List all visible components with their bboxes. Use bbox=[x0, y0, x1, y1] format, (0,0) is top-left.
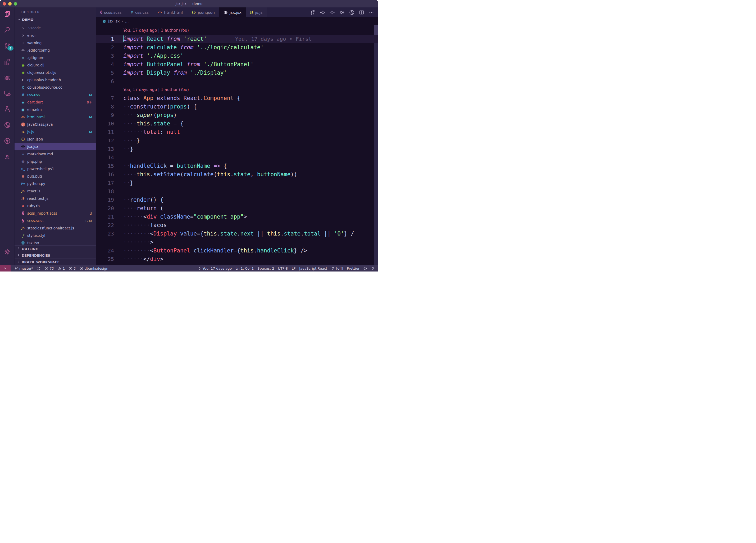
code-text[interactable]: ····this.state = { bbox=[114, 120, 184, 127]
line-number[interactable]: 12 bbox=[96, 137, 114, 144]
file-row[interactable]: .editorconfig bbox=[15, 47, 96, 54]
line-number[interactable]: 1 bbox=[96, 36, 114, 42]
tab-js.js[interactable]: JSjs.js bbox=[246, 7, 267, 17]
indentation[interactable]: Spaces: 2 bbox=[257, 266, 274, 270]
gitlens-icon[interactable] bbox=[3, 120, 12, 129]
code-text[interactable]: class App extends React.Component { bbox=[114, 95, 240, 101]
code-text[interactable]: import ButtonPanel from './ButtonPanel' bbox=[114, 61, 254, 67]
code-text[interactable]: ········Tacos bbox=[114, 222, 167, 228]
line-number[interactable]: 11 bbox=[96, 129, 114, 135]
file-row[interactable]: JSstatelessfunctionalreact.js bbox=[15, 224, 96, 232]
file-row[interactable]: ●pug.pug bbox=[15, 172, 96, 180]
sync-status[interactable] bbox=[37, 266, 41, 270]
amazon-icon[interactable]: a bbox=[3, 152, 12, 161]
file-row[interactable]: ◈dart.dart9+ bbox=[15, 98, 96, 106]
file-row[interactable]: ◆ruby.rb bbox=[15, 202, 96, 209]
line-number[interactable]: 17 bbox=[96, 180, 114, 186]
extensions-icon[interactable] bbox=[3, 57, 12, 66]
warnings-count[interactable]: 1 bbox=[58, 266, 65, 270]
source-control-icon[interactable]: 6 bbox=[3, 41, 12, 50]
code-text[interactable]: ····} bbox=[114, 137, 140, 144]
code-text[interactable]: import './App.css' bbox=[114, 53, 184, 59]
code-text[interactable]: ········<ButtonPanel clickHandler={this.… bbox=[114, 247, 307, 254]
git-branch-status[interactable]: master* bbox=[14, 266, 33, 270]
tab-scss.scss[interactable]: §scss.scss bbox=[96, 7, 126, 17]
file-row[interactable]: JSjs.jsM bbox=[15, 128, 96, 135]
tab-jsx.jsx[interactable]: jsx.jsx bbox=[219, 7, 246, 17]
code-text[interactable]: import Display from './Display' bbox=[114, 70, 227, 76]
file-row[interactable]: .vscode bbox=[15, 24, 96, 32]
line-number[interactable]: 21 bbox=[96, 213, 114, 220]
code-text[interactable]: ··constructor(props) { bbox=[114, 103, 197, 110]
explorer-icon[interactable] bbox=[3, 9, 12, 18]
cursor-position[interactable]: Ln 1, Col 1 bbox=[235, 266, 254, 270]
line-number[interactable]: 19 bbox=[96, 196, 114, 203]
file-row[interactable]: JJavaClass.java bbox=[15, 121, 96, 128]
code-text[interactable]: import React from 'react' bbox=[114, 36, 207, 42]
screencast-mode[interactable]: [off] bbox=[331, 266, 343, 270]
line-number[interactable]: 6 bbox=[96, 78, 114, 84]
codelens-annotation[interactable]: You, 17 days ago | 1 author (You) bbox=[114, 28, 189, 33]
code-text[interactable]: ······<div className="component-app"> bbox=[114, 213, 247, 220]
file-row[interactable]: error bbox=[15, 32, 96, 39]
zoom-button[interactable] bbox=[14, 2, 17, 6]
file-row[interactable]: ↓markdown.md bbox=[15, 150, 96, 158]
formatter[interactable]: Prettier bbox=[347, 266, 359, 270]
file-row[interactable]: Pypython.py bbox=[15, 180, 96, 187]
file-row[interactable]: Φphp.php bbox=[15, 158, 96, 165]
code-text[interactable]: ··render() { bbox=[114, 196, 163, 203]
line-number[interactable]: 13 bbox=[96, 146, 114, 152]
line-number[interactable]: 10 bbox=[96, 120, 114, 127]
code-text[interactable]: ········<Display value={this.state.next … bbox=[114, 230, 354, 237]
code-text[interactable]: ··} bbox=[114, 180, 133, 186]
line-number[interactable]: 9 bbox=[96, 112, 114, 118]
line-number[interactable]: 25 bbox=[96, 256, 114, 262]
file-row[interactable]: {}json.json bbox=[15, 135, 96, 143]
tab-html.html[interactable]: <>html.html bbox=[153, 7, 187, 17]
encoding[interactable]: UTF-8 bbox=[278, 266, 288, 270]
file-row[interactable]: tsx.tsx bbox=[15, 239, 96, 245]
code-text[interactable]: ········> bbox=[114, 239, 153, 245]
code-text[interactable]: ····this.setState(calculate(this.state, … bbox=[114, 171, 297, 177]
line-number[interactable]: 4 bbox=[96, 61, 114, 67]
file-row[interactable]: JSreact.js bbox=[15, 187, 96, 195]
file-row[interactable]: <>html.htmlM bbox=[15, 113, 96, 121]
code-text[interactable]: import calculate from '../logic/calculat… bbox=[114, 44, 264, 51]
line-number[interactable]: 24 bbox=[96, 247, 114, 254]
line-number[interactable]: 8 bbox=[96, 103, 114, 110]
code-text[interactable]: ··} bbox=[114, 146, 133, 152]
line-number[interactable]: 3 bbox=[96, 53, 114, 59]
file-row[interactable]: ∫stylus.styl bbox=[15, 232, 96, 239]
file-row[interactable]: ◉clojurescript.cljs bbox=[15, 69, 96, 76]
file-row[interactable]: §scss.scss1, M bbox=[15, 217, 96, 224]
file-row[interactable]: jsx.jsx bbox=[15, 143, 96, 150]
bug-icon[interactable] bbox=[3, 73, 12, 82]
eol[interactable]: LF bbox=[292, 266, 295, 270]
nav-stop-circle-icon[interactable] bbox=[329, 10, 335, 15]
remote-explorer-icon[interactable] bbox=[3, 89, 12, 98]
line-number[interactable]: 22 bbox=[96, 222, 114, 228]
blame-status[interactable]: You, 17 days ago bbox=[198, 266, 232, 270]
compare-changes-icon[interactable] bbox=[310, 10, 316, 15]
file-row[interactable]: Ccplusplus-source.cc bbox=[15, 84, 96, 91]
line-number[interactable]: 16 bbox=[96, 171, 114, 177]
feedback-smiley[interactable] bbox=[363, 266, 367, 270]
line-number[interactable]: 23 bbox=[96, 230, 114, 237]
split-editor-icon[interactable] bbox=[359, 10, 365, 15]
language-mode[interactable]: JavaScript React bbox=[299, 266, 327, 270]
code-editor[interactable]: You, 17 days ago | 1 author (You)1import… bbox=[96, 25, 378, 265]
file-row[interactable]: ◆.gitignore bbox=[15, 54, 96, 61]
line-number[interactable]: 20 bbox=[96, 205, 114, 211]
file-row[interactable]: >_powershell.ps1 bbox=[15, 165, 96, 172]
close-button[interactable] bbox=[3, 2, 6, 6]
info-count[interactable]: 3 bbox=[69, 266, 76, 270]
tab-json.json[interactable]: {}json.json bbox=[187, 7, 219, 17]
sidebar-section-dependencies[interactable]: DEPENDENCIES bbox=[15, 252, 96, 258]
file-row[interactable]: ▣elm.elm bbox=[15, 106, 96, 113]
remote-indicator[interactable] bbox=[0, 265, 11, 272]
file-row[interactable]: ◉clojure.clj bbox=[15, 61, 96, 69]
code-text[interactable]: ····super(props) bbox=[114, 112, 177, 118]
file-row[interactable]: JSreact.test.js bbox=[15, 195, 96, 202]
github-account[interactable]: dbanksdesign bbox=[79, 266, 108, 270]
line-number[interactable]: 2 bbox=[96, 44, 114, 51]
